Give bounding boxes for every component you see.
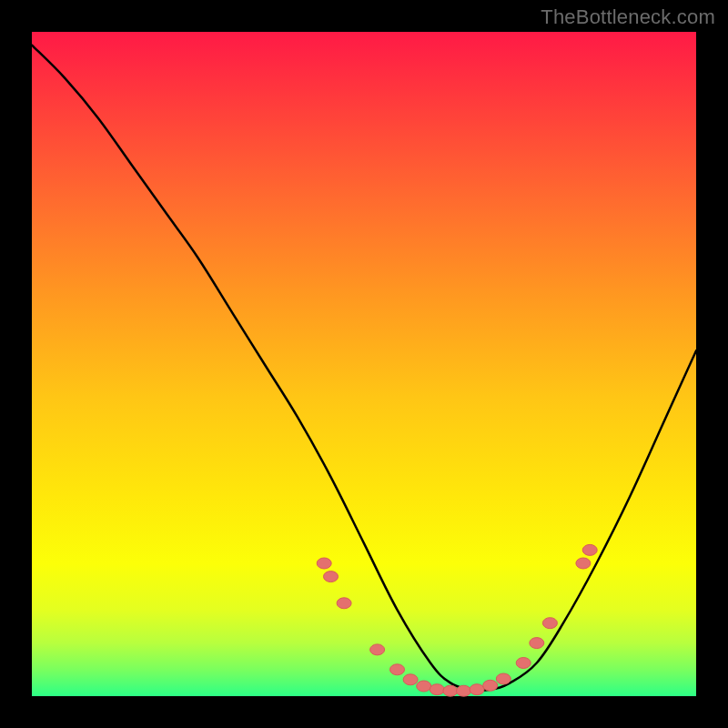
curve-dot	[370, 644, 385, 655]
curve-dot	[576, 558, 591, 569]
curve-dot	[390, 664, 405, 675]
curve-dot	[483, 680, 498, 691]
curve-dot	[443, 685, 458, 696]
curve-dot	[457, 685, 471, 696]
curve-dot	[582, 544, 597, 555]
curve-dot	[530, 638, 544, 649]
plot-area	[32, 32, 696, 696]
curve-dot	[417, 681, 431, 692]
curve-dot	[430, 684, 444, 695]
curve-dot	[496, 673, 511, 684]
curve-dot	[324, 571, 339, 582]
chart-frame: TheBottleneck.com	[0, 0, 728, 728]
watermark-text: TheBottleneck.com	[541, 5, 715, 29]
curve-dots	[317, 544, 597, 696]
curve-dot	[542, 618, 557, 629]
bottleneck-curve	[32, 46, 696, 691]
curve-dot	[470, 684, 484, 695]
curve-dot	[337, 598, 351, 609]
curve-dot	[317, 558, 331, 569]
curve-svg	[32, 32, 696, 696]
curve-dot	[403, 674, 418, 685]
curve-dot	[516, 658, 531, 669]
